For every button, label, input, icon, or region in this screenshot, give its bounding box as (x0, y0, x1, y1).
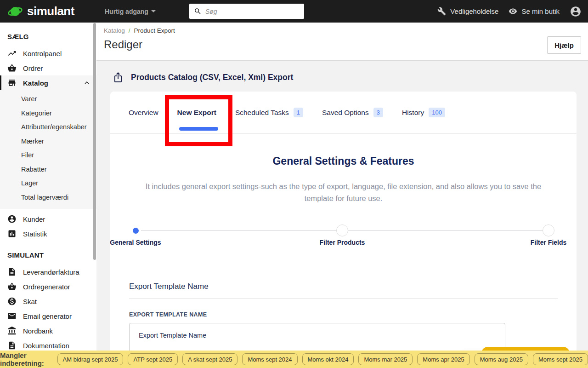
sidebar-subitem-maerker[interactable]: Mærker (0, 134, 96, 149)
sidebar-scrollbar[interactable] (93, 23, 96, 260)
sidebar-subitem-lager[interactable]: Lager (0, 176, 96, 190)
breadcrumb-separator: / (129, 27, 130, 34)
notice-pill-am-bidrag-sept-2025[interactable]: AM bidrag sept 2025 (57, 353, 124, 365)
tab-saved-options[interactable]: Saved Options 3 (322, 108, 383, 117)
export-card: Overview New Export Scheduled Tasks 1 Sa… (110, 92, 577, 355)
tab-history[interactable]: History 100 (402, 108, 445, 117)
document-icon (7, 341, 17, 350)
sidebar-subitem-total-lagervaerdi[interactable]: Total lagerværdi (0, 190, 96, 205)
module-title: Products Catalog (CSV, Excel, Xml) Expor… (131, 73, 293, 82)
view-store-link[interactable]: Se min butik (509, 7, 560, 16)
notice-pill-moms-aug-2025[interactable]: Moms aug 2025 (475, 353, 528, 365)
chevron-up-icon (83, 79, 91, 87)
template-name-section: Export Template Name EXPORT TEMPLATE NAM… (110, 282, 577, 355)
tab-new-export[interactable]: New Export (177, 109, 216, 117)
sidebar-katalog-submenu: Varer Kategorier Attributter/egenskaber … (0, 90, 96, 209)
envelope-icon (7, 311, 17, 321)
step-label-filter-products: Filter Products (320, 239, 365, 246)
step-label-general-settings: General Settings (110, 239, 161, 246)
brand-name: simulant (27, 4, 74, 18)
tab-overview[interactable]: Overview (129, 109, 158, 117)
sidebar-item-label: Email generator (23, 312, 72, 320)
notice-pill-moms-okt-2024[interactable]: Moms okt 2024 (302, 353, 354, 365)
view-store-label: Se min butik (521, 7, 560, 15)
sidebar-item-katalog[interactable]: Katalog (0, 75, 96, 90)
tab-count-badge: 1 (294, 108, 303, 117)
sidebar-item-label: Dokumentation (23, 342, 69, 350)
maintenance-link[interactable]: Vedligeholdelse (437, 7, 498, 16)
bank-icon (7, 326, 17, 335)
brand-logo-icon (7, 4, 23, 19)
tab-label: New Export (177, 109, 216, 117)
sidebar-item-ordrer[interactable]: Ordrer (0, 61, 96, 75)
divider (129, 298, 558, 299)
sidebar-subitem-attributter[interactable]: Attributter/egenskaber (0, 120, 96, 134)
trending-up-icon (7, 49, 17, 58)
search-input[interactable] (205, 8, 300, 15)
sidebar-item-label: Statistik (23, 230, 47, 238)
basket-icon (7, 282, 17, 291)
topbar: simulant Hurtig adgang Vedligeholdelse S… (0, 0, 588, 23)
sidebar-item-leverandorfaktura[interactable]: Leverandørfaktura (0, 264, 96, 279)
tab-scheduled-tasks[interactable]: Scheduled Tasks 1 (235, 108, 303, 117)
breadcrumb-parent[interactable]: Katalog (104, 27, 125, 34)
missing-report-notice-bar: Mangler indberetning: AM bidrag sept 202… (0, 351, 588, 368)
notice-pill-moms-apr-2025[interactable]: Moms apr 2025 (417, 353, 469, 365)
document-icon (7, 267, 17, 276)
tab-label: Scheduled Tasks (235, 109, 289, 117)
sidebar-item-label: Skat (23, 298, 37, 305)
sidebar-item-nordbank[interactable]: Nordbank (0, 323, 96, 338)
module-header: Products Catalog (CSV, Excel, Xml) Expor… (110, 61, 577, 92)
basket-icon (7, 63, 17, 73)
sidebar-item-kontrolpanel[interactable]: Kontrolpanel (0, 46, 96, 61)
account-icon[interactable] (570, 6, 582, 17)
quick-access-menu[interactable]: Hurtig adgang (105, 8, 156, 15)
sidebar-item-label: Ordregenerator (23, 283, 70, 291)
sidebar-item-skat[interactable]: Skat (0, 294, 96, 309)
sidebar-subitem-filer[interactable]: Filer (0, 148, 96, 162)
quick-access-label: Hurtig adgang (105, 8, 148, 15)
sidebar-item-label: Kontrolpanel (23, 50, 62, 58)
global-search (189, 4, 304, 19)
notice-pill-moms-sept-2024[interactable]: Moms sept 2024 (242, 353, 297, 365)
section-description: It includes general export settings-such… (141, 181, 546, 204)
notice-pill-a-skat-sept-2025[interactable]: A skat sept 2025 (182, 353, 237, 365)
sidebar-item-ordregenerator[interactable]: Ordregenerator (0, 279, 96, 294)
sidebar-item-email-generator[interactable]: Email generator (0, 309, 96, 323)
wizard-stepper: General Settings Filter Products Filter … (110, 225, 577, 258)
breadcrumb: Katalog / Product Export (104, 27, 588, 34)
export-share-icon (113, 72, 124, 83)
brand[interactable]: simulant (0, 4, 97, 19)
sidebar-item-statistik[interactable]: Statistik (0, 226, 96, 241)
sidebar-subitem-kategorier[interactable]: Kategorier (0, 106, 96, 121)
form-group-title: Export Template Name (129, 282, 558, 291)
step-dot-general-settings[interactable] (130, 225, 141, 236)
eye-icon (509, 7, 517, 16)
notice-pill-moms-mar-2025[interactable]: Moms mar 2025 (358, 353, 413, 365)
help-button[interactable]: Hjælp (547, 36, 581, 54)
step-dot-filter-fields[interactable] (543, 224, 554, 236)
page-header: Katalog / Product Export Rediger Hjælp (96, 23, 588, 61)
maintenance-label: Vedligeholdelse (450, 7, 498, 15)
wrench-icon (437, 7, 446, 16)
active-tab-indicator (179, 127, 218, 131)
storefront-icon (7, 78, 17, 87)
step-dot-filter-products[interactable] (336, 224, 348, 236)
sidebar-subitem-rabatter[interactable]: Rabatter (0, 162, 96, 177)
sidebar-item-label: Ordrer (23, 64, 43, 72)
tab-count-badge: 3 (373, 108, 383, 117)
page-title: Rediger (104, 38, 588, 51)
sidebar-section-sell: SÆLG (0, 23, 96, 46)
notice-label: Mangler indberetning: (0, 351, 51, 367)
notice-pill-atp-sept-2025[interactable]: ATP sept 2025 (128, 353, 178, 365)
tab-label: Overview (129, 109, 158, 117)
section-title: General Settings & Features (110, 155, 577, 167)
sidebar-item-label: Nordbank (23, 327, 53, 335)
dollar-circle-icon (7, 297, 17, 306)
sidebar-subitem-varer[interactable]: Varer (0, 92, 96, 106)
person-icon (7, 214, 17, 224)
notice-pill-moms-sept-2025[interactable]: Moms sept 2025 (533, 353, 588, 365)
tab-count-badge: 100 (429, 108, 445, 117)
sidebar-item-kunder[interactable]: Kunder (0, 212, 96, 226)
sidebar-item-label: Kunder (23, 215, 45, 223)
